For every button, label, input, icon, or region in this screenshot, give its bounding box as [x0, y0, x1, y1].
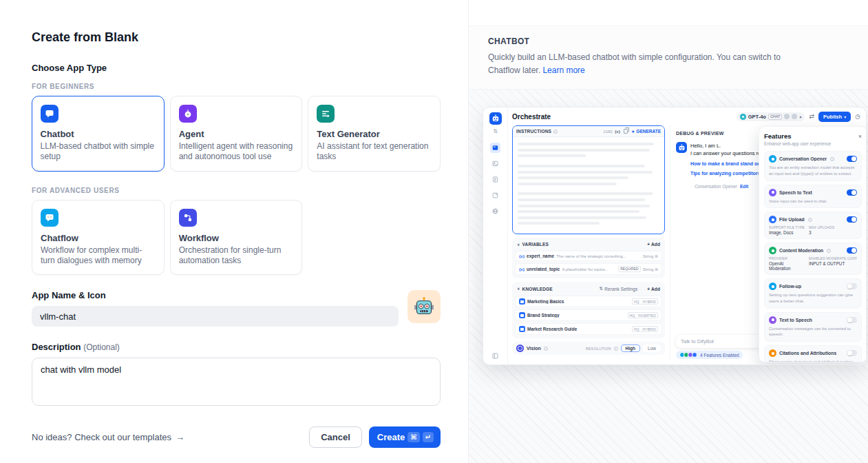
- app-type-info-panel: CHATBOT Quickly build an LLM-based chatb…: [468, 0, 868, 463]
- resolution-low-button: Low: [643, 344, 661, 352]
- model-provider-icon: [740, 114, 746, 120]
- app-type-card-chatbot[interactable]: Chatbot LLM-based chatbot with simple se…: [32, 96, 165, 172]
- exchange-icon: ⇅: [493, 128, 498, 134]
- create-form-panel: Create from Blank Choose App Type FOR BE…: [0, 0, 468, 463]
- learn-more-link[interactable]: Learn more: [542, 65, 584, 75]
- enter-key-icon: ↵: [423, 432, 434, 442]
- toggle-on: [847, 247, 857, 254]
- model-param-icon: [792, 114, 797, 119]
- toggle-on: [847, 156, 857, 162]
- app-icon-picker[interactable]: [407, 290, 441, 323]
- advanced-app-types: Chatflow Workflow for complex multi-turn…: [32, 200, 441, 276]
- variable-row: {x} expert_name The name of the strategi…: [515, 251, 662, 261]
- rerank-icon: ⇅: [600, 286, 604, 291]
- chevron-icon: ∨: [517, 243, 520, 247]
- create-app-modal: Create from Blank Choose App Type FOR BE…: [0, 0, 868, 463]
- suggestion-link: How to make a brand stand out?: [690, 161, 765, 168]
- model-param-icon: [784, 114, 790, 119]
- dataset-icon: [519, 326, 525, 332]
- agent-icon: [179, 105, 197, 123]
- add-knowledge-button: + Add: [647, 287, 660, 291]
- app-type-card-text-generator[interactable]: Text Generator AI assistant for text gen…: [308, 96, 441, 172]
- spark-icon: ★: [631, 129, 635, 134]
- feature-conversation-opener: Conversation Opener You are an entity ex…: [764, 151, 862, 181]
- app-name-section: App Name & Icon: [32, 290, 441, 327]
- app-type-name: Agent: [179, 129, 294, 139]
- chatbot-icon: [41, 105, 59, 123]
- workflow-icon: [179, 209, 197, 227]
- knowledge-panel: ∨ KNOWLEDGE ⇅ Rerank Settings + Add: [512, 282, 665, 338]
- toggle-on: [847, 189, 857, 196]
- app-type-name: Chatflow: [41, 233, 156, 243]
- toggle-off: [847, 350, 857, 356]
- info-icon: [553, 130, 558, 134]
- note-nav-icon: [490, 190, 500, 200]
- variable-icon: {x}: [519, 267, 525, 271]
- right-top-strip: [469, 0, 868, 26]
- feature-text-to-speech: Text to Speech Conversation messages can…: [764, 312, 862, 342]
- toggle-off: [847, 317, 857, 323]
- instructions-skeleton: [513, 137, 664, 230]
- bot-avatar-icon: [676, 142, 687, 153]
- copy-icon: [624, 129, 628, 134]
- chevron-down-icon: ▾: [799, 114, 801, 119]
- resolution-high-button: High: [621, 344, 640, 352]
- app-type-description: Quickly build an LLM-based chatbot with …: [488, 51, 794, 76]
- app-type-name: Workflow: [179, 233, 294, 243]
- knowledge-row: Brand Strategy HQ · INVERTED: [515, 309, 662, 321]
- app-name-input[interactable]: [32, 306, 399, 327]
- preview-config-column: INSTRUCTIONS 2182 {x} ★ GENERATE: [512, 125, 665, 360]
- toggle-off: [847, 283, 857, 289]
- chatflow-icon: [41, 209, 59, 227]
- feature-file-upload: File Upload SUPPORT FILE TYPES MAX UPLOA…: [764, 212, 862, 239]
- app-type-card-workflow[interactable]: Workflow Orchestration for single-turn a…: [170, 200, 303, 276]
- orchestrate-nav-icon: [490, 143, 500, 153]
- arrow-right-icon: →: [176, 432, 184, 442]
- variable-icon: {x}: [519, 254, 525, 258]
- feature-follow-up: Follow-up Setting up next questions sugg…: [764, 278, 862, 308]
- chatbot-preview-image: ⇅: [483, 107, 867, 365]
- edit-opener-link: Edit: [740, 183, 748, 190]
- app-type-name: Text Generator: [317, 129, 432, 139]
- features-panel: Features × Enhance web-app user experien…: [759, 126, 867, 362]
- description-input[interactable]: chat with vllm model: [32, 358, 441, 406]
- app-type-heading: CHATBOT: [488, 37, 849, 46]
- content-moderation-icon: [769, 247, 776, 254]
- templates-link[interactable]: No ideas? Check out our templates →: [32, 432, 184, 442]
- info-icon: [614, 347, 618, 351]
- history-icon: ◷: [855, 113, 860, 120]
- cancel-button[interactable]: Cancel: [309, 426, 362, 448]
- app-type-desc: Orchestration for single-turn automation…: [179, 245, 294, 267]
- image-nav-icon: [490, 158, 500, 169]
- knowledge-row: Market Research Guide HQ · HYBRID: [515, 323, 662, 335]
- app-avatar-icon: [489, 112, 502, 125]
- app-type-desc: LLM-based chatbot with simple setup: [41, 141, 156, 163]
- settings-nav-icon: [490, 206, 500, 216]
- app-type-card-chatflow[interactable]: Chatflow Workflow for complex multi-turn…: [32, 200, 165, 276]
- app-name-label: App Name & Icon: [32, 290, 399, 300]
- feature-chip-icon: [692, 352, 697, 358]
- dataset-icon: [519, 312, 525, 318]
- model-selector-chip: GPT-4o CHAT ▾: [737, 112, 805, 121]
- info-icon: [544, 347, 548, 351]
- info-icon: [830, 157, 834, 161]
- citations-icon: [769, 349, 776, 357]
- vision-row: Vision RESOLUTION High Low: [512, 342, 665, 355]
- speech-to-text-icon: [769, 189, 776, 196]
- compare-models-icon: ⇄: [809, 113, 814, 120]
- choose-app-type-label: Choose App Type: [32, 63, 441, 73]
- for-beginners-label: FOR BEGINNERS: [32, 83, 441, 90]
- app-type-card-agent[interactable]: Agent Intelligent agent with reasoning a…: [170, 96, 303, 172]
- app-type-desc: Workflow for complex multi-turn dialogue…: [41, 245, 156, 267]
- opener-dot-icon: ◦: [690, 183, 692, 189]
- vision-icon: [516, 344, 524, 352]
- robot-emoji-icon: [414, 296, 434, 317]
- description-label: Description (Optional): [32, 342, 441, 352]
- chevron-icon: ∨: [517, 287, 520, 291]
- create-button[interactable]: Create ⌘ ↵: [369, 426, 441, 448]
- beginner-app-types: Chatbot LLM-based chatbot with simple se…: [32, 96, 441, 172]
- for-advanced-users-label: FOR ADVANCED USERS: [32, 187, 441, 194]
- dataset-icon: [519, 298, 525, 305]
- follow-up-icon: [769, 282, 776, 290]
- publish-button: Publish ▾: [818, 112, 851, 122]
